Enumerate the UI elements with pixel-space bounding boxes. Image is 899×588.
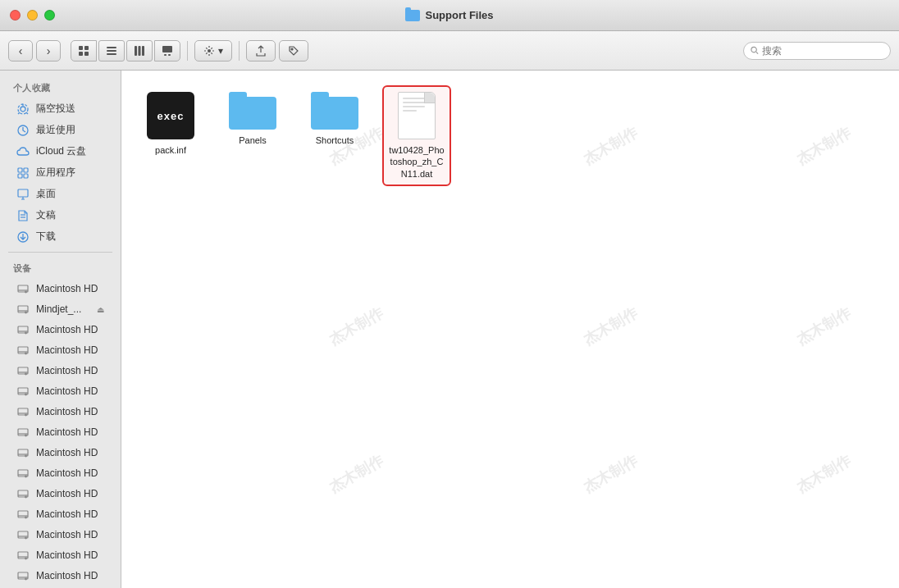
share-button[interactable]	[246, 40, 276, 62]
sidebar-item-hd4[interactable]: Macintosh HD	[3, 361, 117, 381]
svg-point-14	[291, 48, 293, 50]
watermark-3: 杰木制作	[326, 303, 386, 350]
nav-buttons: ‹ ›	[8, 40, 61, 62]
sidebar-item-hd9[interactable]: Macintosh HD	[3, 463, 117, 483]
sidebar-item-recents[interactable]: 最近使用	[3, 120, 117, 140]
sidebar-device-label: Macintosh HD	[36, 324, 98, 335]
desktop-icon	[16, 188, 30, 201]
minimize-button[interactable]	[27, 10, 38, 21]
main-area: 个人收藏 隔空投送 最近使用	[0, 71, 899, 588]
tag-button[interactable]	[279, 40, 308, 62]
watermark-4: 杰木制作	[580, 303, 641, 350]
sidebar-item-hd14[interactable]: Macintosh HD	[3, 566, 117, 586]
drive-icon	[16, 344, 30, 357]
svg-point-36	[25, 332, 27, 334]
file-item-dat-file[interactable]: tw10428_Photoshop_zh_CN11.dat	[384, 87, 450, 185]
title-folder-icon	[405, 10, 420, 21]
drive-icon	[16, 385, 30, 398]
sidebar-label-airdrop: 隔空投送	[36, 102, 75, 116]
view-cover-button[interactable]	[154, 40, 180, 62]
sidebar-item-desktop[interactable]: 桌面	[3, 184, 117, 204]
sidebar-device-label: Macintosh HD	[36, 344, 98, 356]
svg-rect-6	[107, 53, 116, 55]
svg-rect-9	[142, 46, 144, 56]
sidebar-label-apps: 应用程序	[36, 166, 75, 180]
sidebar-item-hd13[interactable]: Macintosh HD	[3, 545, 117, 565]
document-icon	[398, 92, 436, 139]
search-box[interactable]	[743, 42, 891, 60]
drive-icon	[16, 549, 30, 562]
sidebar-device-label: Macintosh HD	[36, 365, 98, 376]
sidebar-item-hd7[interactable]: Macintosh HD	[3, 422, 117, 442]
file-label: tw10428_Photoshop_zh_CN11.dat	[389, 144, 445, 180]
view-columns-button[interactable]	[126, 40, 153, 62]
eject-icon[interactable]: ⏏	[97, 305, 104, 314]
svg-point-17	[21, 107, 25, 112]
view-buttons	[71, 40, 180, 62]
sidebar-device-label: Macintosh HD	[36, 406, 98, 417]
sidebar-device-label: Macintosh HD	[36, 508, 98, 520]
drive-icon	[16, 323, 30, 336]
sidebar-item-hd11[interactable]: Macintosh HD	[3, 504, 117, 524]
view-icons-button[interactable]	[71, 40, 97, 62]
back-button[interactable]: ‹	[8, 40, 33, 62]
watermark-6: 杰木制作	[326, 451, 386, 498]
sidebar-device-label: Macintosh HD	[36, 549, 98, 561]
maximize-button[interactable]	[44, 10, 55, 21]
window-title: Support Files	[405, 9, 493, 21]
drive-icon	[16, 426, 30, 439]
drive-icon	[16, 364, 30, 377]
sidebar-item-hd5[interactable]: Macintosh HD	[3, 381, 117, 401]
watermark-5: 杰木制作	[793, 303, 854, 350]
svg-rect-21	[24, 168, 28, 172]
svg-rect-24	[18, 189, 28, 197]
svg-point-51	[25, 435, 27, 436]
titlebar: Support Files	[0, 0, 899, 31]
file-item-panels[interactable]: Panels	[220, 87, 285, 151]
svg-rect-7	[135, 46, 137, 56]
sidebar-device-label: Macintosh HD	[36, 467, 98, 479]
watermark-8: 杰木制作	[793, 451, 854, 498]
sidebar-item-icloud[interactable]: iCloud 云盘	[3, 141, 117, 162]
svg-rect-0	[79, 46, 83, 50]
cloud-icon	[16, 145, 30, 158]
svg-point-72	[25, 578, 27, 580]
action-gear-button[interactable]: ▾	[194, 40, 232, 62]
svg-rect-3	[84, 52, 89, 56]
sidebar-item-hd8[interactable]: Macintosh HD	[3, 443, 117, 463]
sidebar-item-mindjet[interactable]: Mindjet_... ⏏	[3, 299, 117, 319]
file-item-shortcuts[interactable]: Shortcuts	[302, 87, 367, 151]
sidebar-item-airdrop[interactable]: 隔空投送	[3, 98, 117, 119]
sidebar-item-docs[interactable]: 文稿	[3, 205, 117, 226]
file-item-pack-inf[interactable]: exec pack.inf	[138, 87, 203, 161]
view-list-button[interactable]	[98, 40, 125, 62]
search-input[interactable]	[762, 45, 883, 57]
sidebar-item-hd1[interactable]: Macintosh HD	[3, 279, 117, 299]
forward-button[interactable]: ›	[36, 40, 61, 62]
close-button[interactable]	[10, 10, 21, 21]
device-list: Macintosh HD Mindjet_... ⏏ Macintosh HD	[0, 279, 121, 588]
sidebar-item-hd2[interactable]: Macintosh HD	[3, 320, 117, 340]
sidebar-item-hd10[interactable]: Macintosh HD	[3, 484, 117, 504]
docs-icon	[16, 209, 30, 222]
svg-point-13	[208, 49, 211, 52]
file-label: pack.inf	[155, 144, 186, 156]
personal-section-label: 个人收藏	[0, 77, 121, 98]
separator-2	[239, 41, 240, 61]
drive-icon	[16, 467, 30, 480]
folder-icon	[311, 92, 358, 130]
sidebar-item-downloads[interactable]: 下载	[3, 226, 117, 247]
drive-icon	[16, 405, 30, 418]
svg-rect-8	[139, 46, 141, 56]
sidebar-item-apps[interactable]: 应用程序	[3, 162, 117, 183]
exec-icon: exec	[147, 92, 194, 139]
sidebar-device-label: Macintosh HD	[36, 447, 98, 458]
sidebar-item-hd3[interactable]: Macintosh HD	[3, 340, 117, 360]
sidebar-label-downloads: 下载	[36, 230, 56, 244]
sidebar-item-hd12[interactable]: Macintosh HD	[3, 525, 117, 545]
sidebar-item-hd6[interactable]: Macintosh HD	[3, 402, 117, 422]
clock-icon	[16, 124, 30, 137]
titlebar-buttons	[10, 10, 55, 21]
svg-point-33	[25, 312, 27, 313]
sidebar: 个人收藏 隔空投送 最近使用	[0, 71, 121, 588]
